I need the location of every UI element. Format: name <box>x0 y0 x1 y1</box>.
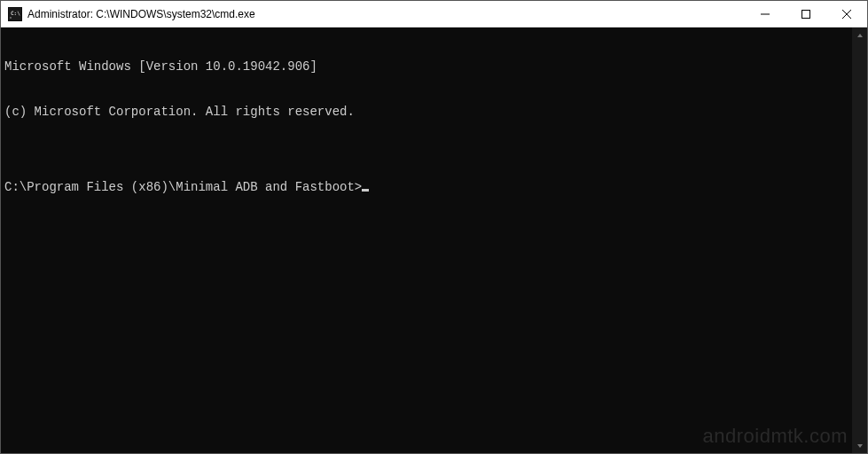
maximize-button[interactable] <box>786 1 826 27</box>
window-title: Administrator: C:\WINDOWS\system32\cmd.e… <box>27 8 745 20</box>
scrollbar-up-button[interactable] <box>852 27 867 43</box>
terminal-content[interactable]: Microsoft Windows [Version 10.0.19042.90… <box>1 27 852 453</box>
cmd-icon: C:\ <box>8 7 22 21</box>
vertical-scrollbar[interactable] <box>852 27 867 453</box>
svg-text:C:\: C:\ <box>11 10 20 16</box>
cmd-window: C:\ Administrator: C:\WINDOWS\system32\c… <box>0 0 868 454</box>
titlebar[interactable]: C:\ Administrator: C:\WINDOWS\system32\c… <box>1 1 867 27</box>
window-controls <box>745 1 867 27</box>
terminal-cursor <box>362 189 369 192</box>
close-button[interactable] <box>826 1 867 27</box>
terminal-prompt-line: C:\Program Files (x86)\Minimal ADB and F… <box>4 180 848 195</box>
scrollbar-track[interactable] <box>852 43 867 438</box>
svg-rect-4 <box>802 10 810 18</box>
minimize-button[interactable] <box>745 1 786 27</box>
terminal-prompt: C:\Program Files (x86)\Minimal ADB and F… <box>4 180 362 195</box>
terminal-area: Microsoft Windows [Version 10.0.19042.90… <box>1 27 867 453</box>
scrollbar-down-button[interactable] <box>852 438 867 453</box>
terminal-line-copyright: (c) Microsoft Corporation. All rights re… <box>4 105 848 120</box>
terminal-line-version: Microsoft Windows [Version 10.0.19042.90… <box>4 59 848 74</box>
